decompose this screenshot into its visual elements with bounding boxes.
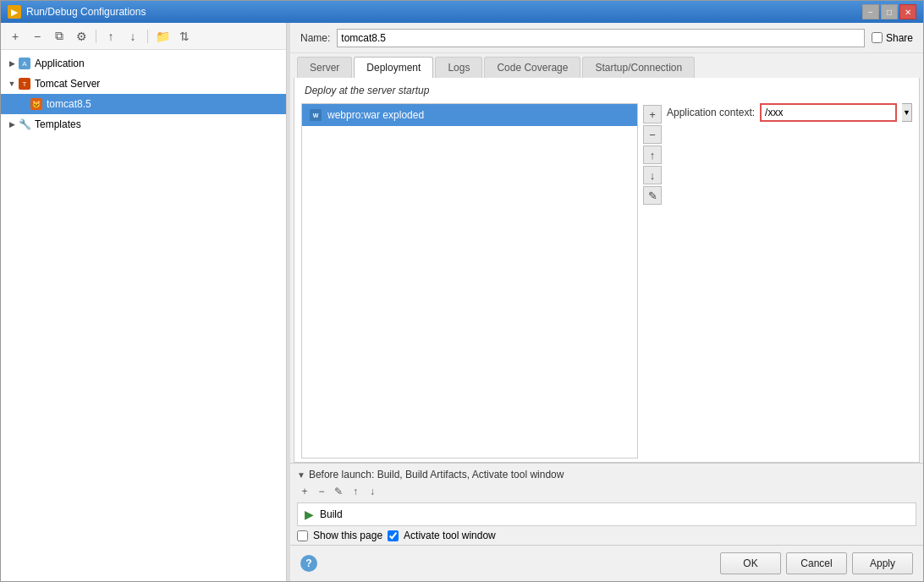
tomcat85-label: tomcat8.5	[47, 98, 91, 110]
sidebar-item-tomcat-server[interactable]: ▼ T Tomcat Server	[1, 74, 286, 94]
show-row: Show this page Activate tool window	[297, 526, 916, 541]
maximize-button[interactable]: □	[881, 4, 898, 19]
launch-add-button[interactable]: +	[297, 484, 312, 499]
sidebar-toolbar: + − ⧉ ⚙ ↑ ↓ 📁 ⇅	[1, 23, 286, 50]
build-label: Build	[320, 508, 343, 520]
context-row: Application context: ▼	[667, 103, 912, 122]
close-button[interactable]: ✕	[899, 4, 916, 19]
context-panel: Application context: ▼	[667, 103, 912, 458]
title-bar: ▶ Run/Debug Configurations − □ ✕	[1, 1, 923, 23]
show-page-checkbox[interactable]	[297, 530, 308, 541]
before-launch-header: ▼ Before launch: Build, Build Artifacts,…	[297, 469, 916, 480]
templates-label: Templates	[35, 118, 81, 130]
tomcat-icon: T	[19, 78, 30, 90]
tomcat85-toggle	[18, 98, 30, 110]
sidebar-item-templates[interactable]: ▶ 🔧 Templates	[1, 114, 286, 135]
deploy-list-container: W webpro:war exploded	[301, 103, 638, 458]
sidebar-item-tomcat85[interactable]: 🐱 tomcat8.5	[1, 94, 286, 114]
cancel-button[interactable]: Cancel	[786, 552, 847, 574]
sidebar-item-application[interactable]: ▶ A Application	[1, 53, 286, 74]
deploy-move-up-button[interactable]: ↑	[643, 146, 662, 164]
application-label: Application	[35, 58, 85, 69]
activate-window-checkbox[interactable]	[388, 530, 399, 541]
launch-up-button[interactable]: ↑	[348, 484, 363, 499]
application-toggle[interactable]: ▶	[6, 58, 18, 69]
mini-toolbar: + − ✎ ↑ ↓	[297, 484, 916, 499]
deploy-area: W webpro:war exploded + − ↑ ↓ ✎	[294, 100, 919, 462]
deploy-header: Deploy at the server startup	[294, 78, 919, 100]
tab-deployment[interactable]: Deployment	[354, 57, 433, 78]
tab-code-coverage[interactable]: Code Coverage	[484, 57, 580, 78]
name-input[interactable]	[337, 29, 865, 47]
help-button[interactable]: ?	[300, 555, 317, 572]
before-launch-toggle[interactable]: ▼	[297, 470, 305, 480]
sidebar: + − ⧉ ⚙ ↑ ↓ 📁 ⇅ ▶ A Applicatio	[1, 23, 287, 581]
title-bar-title: Run/Debug Configurations	[26, 6, 146, 18]
title-bar-icon: ▶	[8, 5, 21, 19]
war-exploded-icon: W	[310, 109, 322, 121]
tab-startup-connection[interactable]: Startup/Connection	[582, 57, 695, 78]
tab-logs[interactable]: Logs	[435, 57, 482, 78]
copy-config-button[interactable]: ⧉	[50, 27, 69, 46]
launch-edit-button[interactable]: ✎	[331, 484, 346, 499]
tomcat-instance-icon: 🐱	[30, 98, 42, 110]
launch-remove-button[interactable]: −	[314, 484, 329, 499]
context-input[interactable]	[760, 103, 897, 122]
templates-icon: 🔧	[18, 118, 31, 131]
build-list: ▶ Build	[297, 502, 916, 526]
tomcat-server-toggle[interactable]: ▼	[6, 78, 18, 90]
deploy-move-down-button[interactable]: ↓	[643, 166, 662, 184]
main-content: + − ⧉ ⚙ ↑ ↓ 📁 ⇅ ▶ A Applicatio	[1, 23, 923, 581]
before-launch-text: Before launch: Build, Build Artifacts, A…	[309, 469, 564, 480]
bottom-section: ▼ Before launch: Build, Build Artifacts,…	[290, 463, 923, 545]
folder-button[interactable]: 📁	[153, 27, 172, 46]
title-bar-controls: − □ ✕	[862, 4, 916, 19]
share-label: Share	[886, 32, 913, 44]
activate-window-label: Activate tool window	[404, 530, 496, 541]
context-dropdown[interactable]: ▼	[902, 103, 912, 122]
deploy-remove-button[interactable]: −	[643, 125, 662, 144]
application-icon: A	[18, 57, 31, 70]
deploy-edit-button[interactable]: ✎	[643, 186, 662, 205]
add-config-button[interactable]: +	[6, 27, 25, 46]
toolbar-separator	[96, 30, 96, 43]
move-down-button[interactable]: ↓	[124, 27, 142, 46]
name-row: Name: Share	[290, 23, 923, 53]
wrench-icon: 🔧	[19, 118, 31, 130]
share-checkbox[interactable]	[872, 32, 883, 43]
app-icon: A	[19, 58, 30, 69]
tomcat-server-label: Tomcat Server	[35, 78, 100, 90]
build-icon: ▶	[303, 508, 315, 520]
tomcat85-icon: 🐱	[30, 97, 43, 111]
war-icon: W	[309, 108, 322, 122]
deploy-add-button[interactable]: +	[643, 105, 662, 124]
context-label: Application context:	[667, 107, 755, 118]
name-label: Name:	[300, 32, 330, 44]
share-area: Share	[872, 32, 913, 44]
settings-button[interactable]: ⚙	[72, 27, 91, 46]
tab-server[interactable]: Server	[297, 57, 352, 78]
launch-down-button[interactable]: ↓	[365, 484, 380, 499]
remove-config-button[interactable]: −	[28, 27, 47, 46]
apply-button[interactable]: Apply	[852, 552, 913, 574]
run-debug-configurations-window: ▶ Run/Debug Configurations − □ ✕ + − ⧉ ⚙…	[0, 0, 924, 582]
toolbar-separator-2	[147, 30, 148, 43]
title-bar-left: ▶ Run/Debug Configurations	[8, 5, 146, 19]
show-page-label: Show this page	[313, 530, 382, 541]
deploy-item-label: webpro:war exploded	[327, 109, 424, 121]
deploy-list: W webpro:war exploded	[302, 104, 637, 458]
tab-content: Deploy at the server startup W webpro:wa…	[294, 78, 920, 463]
sort-button[interactable]: ⇅	[175, 27, 194, 46]
tomcat-server-icon: T	[18, 77, 31, 91]
tabs-bar: Server Deployment Logs Code Coverage Sta…	[290, 53, 923, 78]
minimize-button[interactable]: −	[862, 4, 879, 19]
right-panel: Name: Share Server Deployment Logs Code …	[290, 23, 923, 581]
templates-toggle[interactable]: ▶	[6, 118, 18, 130]
deploy-list-buttons: + − ↑ ↓ ✎	[643, 103, 662, 458]
deploy-item-webpro[interactable]: W webpro:war exploded	[302, 104, 637, 126]
config-tree: ▶ A Application ▼ T Tomcat Server	[1, 50, 286, 581]
ok-button[interactable]: OK	[720, 552, 781, 574]
move-up-button[interactable]: ↑	[102, 27, 120, 46]
action-bar: ? OK Cancel Apply	[290, 545, 923, 581]
